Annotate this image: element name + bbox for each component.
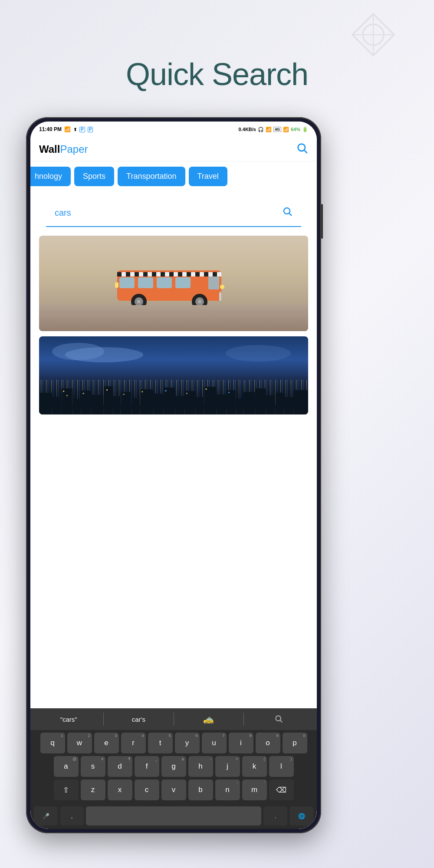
logo-wall: Wall bbox=[39, 143, 60, 155]
key-n[interactable]: ;n bbox=[215, 779, 240, 800]
suggestion-cars-apostrophe[interactable]: car's bbox=[104, 713, 173, 726]
key-r[interactable]: 4r bbox=[121, 733, 146, 753]
tab-sports[interactable]: Sports bbox=[74, 167, 114, 186]
key-t[interactable]: 5t bbox=[148, 733, 173, 753]
svg-rect-32 bbox=[217, 272, 221, 276]
svg-rect-78 bbox=[123, 394, 125, 395]
svg-rect-52 bbox=[82, 391, 91, 414]
svg-rect-31 bbox=[208, 272, 213, 276]
svg-rect-40 bbox=[115, 283, 118, 288]
key-y[interactable]: 6y bbox=[175, 733, 200, 753]
key-backspace[interactable]: ⌫ bbox=[269, 779, 294, 800]
svg-rect-33 bbox=[119, 277, 135, 288]
svg-rect-28 bbox=[182, 272, 187, 276]
search-bar bbox=[46, 199, 301, 227]
toy-car-image bbox=[39, 236, 308, 331]
svg-rect-82 bbox=[206, 388, 207, 390]
status-right: 0.4KB/s 🎧 📶 4G 📶 64% 🔋 bbox=[239, 127, 308, 132]
key-shift[interactable]: ⇧ bbox=[54, 779, 79, 800]
key-space[interactable] bbox=[86, 806, 261, 825]
svg-rect-70 bbox=[266, 395, 275, 414]
svg-point-3 bbox=[298, 144, 305, 151]
svg-line-85 bbox=[280, 720, 283, 722]
svg-rect-73 bbox=[294, 390, 308, 414]
key-comma[interactable]: , bbox=[60, 806, 84, 825]
status-bar: 11:40 PM 📶 ⬆ P P 0.4KB/s 🎧 📶 4G 📶 64% 🔋 bbox=[30, 122, 317, 137]
svg-rect-71 bbox=[276, 393, 283, 414]
network-speed: 0.4KB/s bbox=[239, 127, 256, 132]
key-o[interactable]: 9o bbox=[256, 733, 280, 753]
key-j[interactable]: +j bbox=[215, 756, 240, 777]
key-m[interactable]: 'm bbox=[242, 779, 267, 800]
wifi2-icon: 📶 bbox=[283, 127, 289, 132]
key-e[interactable]: 3e bbox=[94, 733, 119, 753]
svg-rect-35 bbox=[157, 277, 172, 288]
headphone-icon: 🎧 bbox=[258, 127, 264, 132]
signal-icon: 📶 bbox=[266, 127, 272, 132]
key-z[interactable]: z bbox=[81, 779, 105, 800]
key-f[interactable]: _f bbox=[135, 756, 159, 777]
watermark-icon bbox=[347, 9, 399, 61]
key-w[interactable]: 2w bbox=[67, 733, 92, 753]
key-c[interactable]: c bbox=[135, 779, 159, 800]
suggestion-cars-quoted[interactable]: "cars" bbox=[34, 713, 103, 726]
header-search-button[interactable] bbox=[296, 142, 308, 157]
svg-rect-69 bbox=[256, 388, 266, 414]
wallpaper-card-2[interactable] bbox=[39, 336, 308, 414]
key-l[interactable]: )l bbox=[269, 756, 294, 777]
key-q[interactable]: 1q bbox=[40, 733, 65, 753]
key-g[interactable]: &g bbox=[161, 756, 186, 777]
screen-content: WallPaper hnology Sports bbox=[30, 137, 317, 829]
key-u[interactable]: 7u bbox=[202, 733, 227, 753]
key-p[interactable]: 0p bbox=[283, 733, 307, 753]
key-v[interactable]: v bbox=[161, 779, 186, 800]
svg-rect-60 bbox=[164, 388, 175, 414]
svg-point-84 bbox=[276, 716, 281, 721]
clouds bbox=[39, 343, 308, 369]
tab-transportation[interactable]: Transportation bbox=[118, 167, 185, 186]
svg-rect-29 bbox=[191, 272, 195, 276]
svg-rect-39 bbox=[219, 292, 221, 301]
svg-rect-59 bbox=[154, 394, 163, 414]
key-x[interactable]: x bbox=[108, 779, 132, 800]
svg-rect-22 bbox=[130, 272, 135, 276]
key-k[interactable]: (k bbox=[242, 756, 267, 777]
keyboard-rows: 1q 2w 3e 4r 5t 6y 7u 8i 9o 0p @a # bbox=[30, 730, 317, 806]
svg-rect-9 bbox=[117, 272, 122, 276]
battery-level: 64% bbox=[291, 127, 300, 132]
tab-travel[interactable]: Travel bbox=[189, 167, 227, 186]
svg-rect-37 bbox=[208, 276, 219, 289]
svg-rect-68 bbox=[244, 392, 255, 414]
key-a[interactable]: @a bbox=[54, 756, 79, 777]
suggestion-car-emoji[interactable]: 🚕 bbox=[174, 711, 243, 727]
svg-rect-19 bbox=[204, 272, 208, 276]
key-s[interactable]: #s bbox=[81, 756, 105, 777]
key-b[interactable]: b bbox=[188, 779, 213, 800]
svg-rect-21 bbox=[122, 272, 126, 276]
status-time: 11:40 PM bbox=[39, 126, 62, 132]
key-d[interactable]: ₹d bbox=[108, 756, 132, 777]
suggestion-search[interactable] bbox=[244, 712, 313, 727]
parking-icon: P bbox=[79, 127, 85, 132]
svg-point-46 bbox=[198, 300, 201, 303]
key-h[interactable]: -h bbox=[188, 756, 213, 777]
svg-rect-36 bbox=[175, 277, 191, 288]
wallpaper-card-1[interactable] bbox=[39, 236, 308, 331]
search-input[interactable] bbox=[55, 208, 282, 218]
svg-rect-10 bbox=[126, 272, 130, 276]
svg-rect-12 bbox=[143, 272, 148, 276]
svg-rect-76 bbox=[83, 393, 84, 394]
phone-frame: 11:40 PM 📶 ⬆ P P 0.4KB/s 🎧 📶 4G 📶 64% 🔋 bbox=[26, 117, 321, 833]
svg-point-5 bbox=[284, 208, 290, 214]
key-microphone[interactable]: 🎤 bbox=[34, 806, 58, 825]
svg-rect-63 bbox=[196, 397, 203, 414]
key-period[interactable]: . bbox=[263, 806, 287, 825]
svg-rect-13 bbox=[152, 272, 156, 276]
svg-point-38 bbox=[220, 285, 224, 289]
svg-rect-24 bbox=[148, 272, 152, 276]
tab-technology[interactable]: hnology bbox=[30, 167, 71, 186]
keyboard: "cars" car's 🚕 bbox=[30, 708, 317, 829]
search-submit-button[interactable] bbox=[282, 206, 293, 219]
key-globe[interactable]: 🌐 bbox=[289, 806, 313, 825]
key-i[interactable]: 8i bbox=[229, 733, 253, 753]
